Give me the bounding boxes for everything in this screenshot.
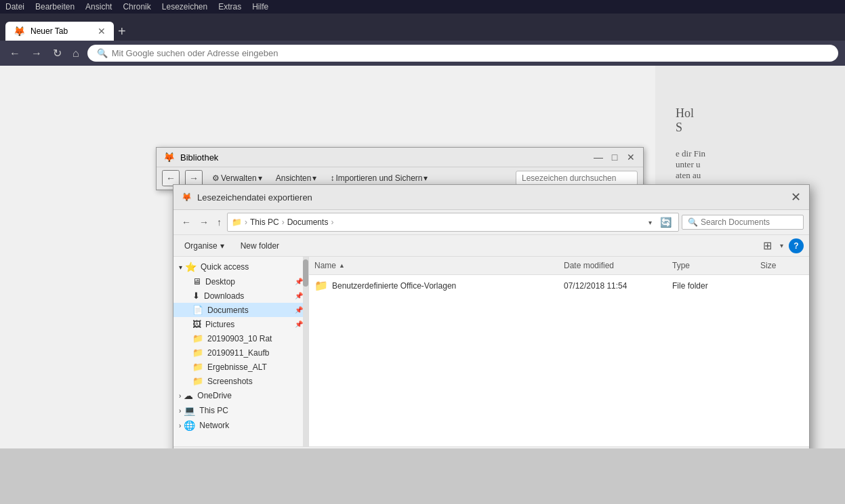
file-forward-button[interactable]: → <box>197 215 211 229</box>
thispc-expand-icon: › <box>179 407 181 415</box>
search-icon: 🔍 <box>688 217 698 227</box>
library-titlebar: 🦊 Bibliothek — □ ✕ <box>157 148 643 167</box>
tab-favicon: 🦊 <box>14 26 25 37</box>
forward-button[interactable]: → <box>28 46 45 61</box>
menu-hilfe[interactable]: Hilfe <box>252 2 268 12</box>
bg-text-4: unter u <box>676 159 825 170</box>
organise-button[interactable]: Organise ▾ <box>179 239 230 253</box>
library-close[interactable]: ✕ <box>625 152 636 163</box>
import-dropdown-icon: ▾ <box>424 173 428 183</box>
sidebar-scrollbar[interactable] <box>303 257 308 446</box>
quickaccess-label: Quick access <box>201 262 249 272</box>
pin-icon-dl: 📌 <box>295 292 303 299</box>
gear-icon: ⚙ <box>212 173 220 183</box>
menu-lesezeichen[interactable]: Lesezeichen <box>162 2 207 12</box>
sidebar-item-pictures[interactable]: 🖼 Pictures 📌 <box>173 317 308 331</box>
menu-chronik[interactable]: Chronik <box>123 2 150 12</box>
new-tab-button[interactable]: + <box>118 24 126 41</box>
breadcrumb-documents[interactable]: Documents <box>287 217 329 227</box>
export-close-button[interactable]: ✕ <box>791 190 801 205</box>
sidebar-item-documents[interactable]: 📄 Documents 📌 <box>173 303 308 317</box>
file-size <box>755 283 809 289</box>
search-input[interactable] <box>701 217 802 227</box>
search-icon: 🔍 <box>97 48 108 58</box>
views-dropdown-icon: ▾ <box>312 173 316 183</box>
reload-button[interactable]: ↻ <box>50 45 64 61</box>
table-row[interactable]: 📁 Benutzerdefinierte Office-Vorlagen 07/… <box>309 275 809 296</box>
desktop-icon: 🖥 <box>192 276 201 287</box>
file-main: ▾ ⭐ Quick access 🖥 Desktop 📌 ⬇ Downloads… <box>173 257 809 446</box>
library-maximize[interactable]: □ <box>609 152 620 163</box>
sidebar-group-quickaccess-header[interactable]: ▾ ⭐ Quick access <box>173 259 308 274</box>
file-up-button[interactable]: ↑ <box>214 215 224 229</box>
documents-label: Documents <box>207 306 249 315</box>
file-list: Name ▲ Date modified Type Size <box>309 257 809 446</box>
refresh-button[interactable]: 🔄 <box>657 215 674 229</box>
breadcrumb-bar: 📁 › This PC › Documents › ▾ 🔄 <box>227 213 679 232</box>
network-icon: 🌐 <box>184 420 195 431</box>
sidebar-group-quickaccess: ▾ ⭐ Quick access 🖥 Desktop 📌 ⬇ Downloads… <box>173 259 308 388</box>
menu-bearbeiten[interactable]: Bearbeiten <box>35 2 75 12</box>
onedrive-expand-icon: › <box>179 392 181 400</box>
sidebar-item-folder3[interactable]: 📁 Ergebnisse_ALT <box>173 360 308 374</box>
col-name[interactable]: Name ▲ <box>309 258 558 273</box>
menu-ansicht[interactable]: Ansicht <box>85 2 112 12</box>
col-date[interactable]: Date modified <box>558 258 667 273</box>
breadcrumb-thispc[interactable]: This PC <box>250 217 279 227</box>
documents-icon: 📄 <box>192 305 203 315</box>
screenshots-icon: 📁 <box>192 376 203 386</box>
file-back-button[interactable]: ← <box>179 215 194 229</box>
menu-extras[interactable]: Extras <box>218 2 241 12</box>
lib-manage-btn[interactable]: ⚙ Verwalten ▾ <box>208 171 266 185</box>
view-toggle-button[interactable]: ⊞ <box>760 238 775 253</box>
folder-icon: 📁 <box>314 279 328 292</box>
breadcrumb-dropdown-icon[interactable]: ▾ <box>648 219 652 226</box>
active-tab[interactable]: 🦊 Neuer Tab ✕ <box>5 22 114 41</box>
file-rows: 📁 Benutzerdefinierte Office-Vorlagen 07/… <box>309 275 809 446</box>
breadcrumb-home-icon: 📁 <box>232 217 242 227</box>
folder3-icon: 📁 <box>192 362 203 372</box>
file-date: 07/12/2018 11:54 <box>558 278 667 293</box>
col-size[interactable]: Size <box>755 258 809 273</box>
sidebar-group-onedrive-header[interactable]: › ☁ OneDrive <box>173 388 308 403</box>
sidebar-group-thispc-header[interactable]: › 💻 This PC <box>173 403 308 418</box>
thispc-label: This PC <box>199 406 228 415</box>
sidebar-item-downloads[interactable]: ⬇ Downloads 📌 <box>173 289 308 303</box>
sidebar-item-folder2[interactable]: 📁 20190911_Kaufb <box>173 345 308 360</box>
pin-icon-pics: 📌 <box>295 320 303 328</box>
pictures-label: Pictures <box>205 320 234 329</box>
address-bar: 🔍 <box>87 45 838 62</box>
file-toolbar: Organise ▾ New folder ⊞ ▾ ? <box>173 235 809 257</box>
pictures-icon: 🖼 <box>192 319 201 329</box>
lib-import-btn[interactable]: ↕ Importieren und Sichern ▾ <box>326 171 432 185</box>
back-button[interactable]: ← <box>7 46 23 61</box>
expand-icon: ▾ <box>179 264 182 271</box>
library-minimize[interactable]: — <box>593 152 604 163</box>
downloads-label: Downloads <box>204 291 244 301</box>
bg-text-3: e dir Fin <box>676 148 825 159</box>
search-box: 🔍 <box>682 215 804 230</box>
downloads-icon: ⬇ <box>192 291 200 301</box>
library-search-input[interactable] <box>516 171 638 186</box>
bg-text-2: S <box>676 121 825 135</box>
sidebar-item-folder1[interactable]: 📁 20190903_10 Rat <box>173 331 308 345</box>
home-button[interactable]: ⌂ <box>70 46 82 61</box>
folder2-label: 20190911_Kaufb <box>207 348 269 358</box>
file-sidebar: ▾ ⭐ Quick access 🖥 Desktop 📌 ⬇ Downloads… <box>173 257 309 446</box>
help-button[interactable]: ? <box>789 238 804 253</box>
address-input[interactable] <box>112 48 829 58</box>
col-type[interactable]: Type <box>667 258 755 273</box>
folder2-icon: 📁 <box>192 348 203 358</box>
browser-toolbar: ← → ↻ ⌂ 🔍 <box>0 41 845 66</box>
lib-views-btn[interactable]: Ansichten ▾ <box>272 171 321 185</box>
export-dialog: 🦊 Lesezeichendatei exportieren ✕ ← → ↑ 📁… <box>173 184 810 448</box>
pin-icon-docs: 📌 <box>295 306 303 314</box>
menu-datei[interactable]: Datei <box>5 2 24 12</box>
file-type: File folder <box>667 278 755 293</box>
new-folder-button[interactable]: New folder <box>235 239 285 253</box>
tab-close-button[interactable]: ✕ <box>98 26 106 37</box>
sidebar-item-desktop[interactable]: 🖥 Desktop 📌 <box>173 274 308 289</box>
sidebar-group-network-header[interactable]: › 🌐 Network <box>173 418 308 433</box>
file-list-header: Name ▲ Date modified Type Size <box>309 257 809 275</box>
sidebar-item-screenshots[interactable]: 📁 Screenshots <box>173 374 308 388</box>
